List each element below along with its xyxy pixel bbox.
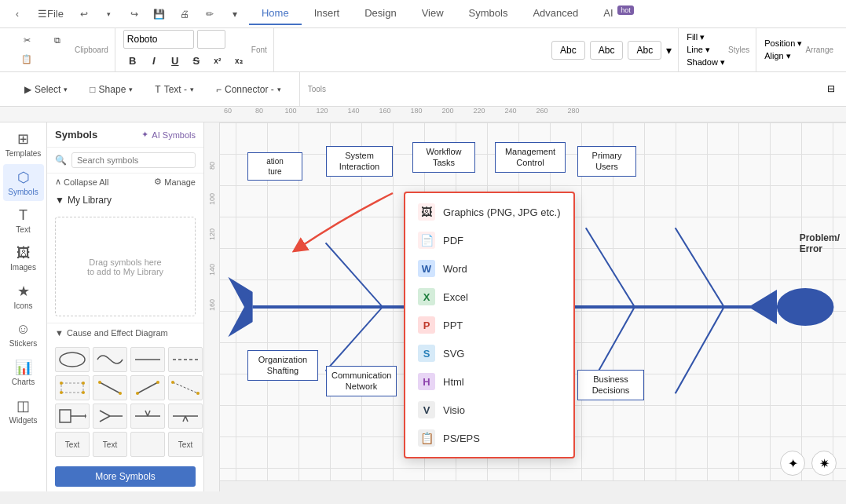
upper-box-management-control[interactable]: Management Control [495, 142, 566, 173]
position-button[interactable]: Position ▾ [764, 38, 802, 49]
ai-symbols-button[interactable]: ✦ AI Symbols [141, 130, 196, 140]
export-svg-option[interactable]: S SVG [405, 339, 573, 367]
export-word-option[interactable]: W Word [405, 254, 573, 283]
sidebar-item-widgets[interactable]: ◫ Widgets [3, 393, 44, 429]
export-graphics-option[interactable]: 🖼 Graphics (PNG, JPG etc.) [405, 198, 573, 226]
text-icon: T [19, 207, 27, 224]
word-icon: W [418, 260, 435, 277]
upper-box-workflow-tasks[interactable]: Workflow Tasks [412, 142, 475, 173]
superscript-button[interactable]: x² [208, 51, 227, 70]
style-abc-3[interactable]: Abc [628, 41, 661, 60]
collapse-all-button[interactable]: ∧ Collapse All [55, 177, 108, 187]
manage-button[interactable]: ⚙ Manage [154, 177, 196, 187]
line-button[interactable]: Line ▾ [687, 45, 725, 55]
sidebar-item-text[interactable]: T Text [3, 203, 44, 239]
gear-icon: ⚙ [154, 177, 162, 187]
export-html-option[interactable]: H Html [405, 367, 573, 396]
cut-button[interactable]: ✂ [13, 32, 41, 49]
shape-9[interactable] [55, 404, 90, 429]
fill-button[interactable]: Fill ▾ [687, 32, 725, 42]
strikethrough-button[interactable]: S [187, 51, 206, 70]
shape-5[interactable] [55, 375, 90, 400]
file-button[interactable]: ☰ File [31, 3, 70, 25]
tab-view[interactable]: View [409, 2, 456, 25]
edit-button[interactable]: ✏ [199, 3, 221, 25]
styles-expand[interactable]: ▾ [666, 44, 672, 57]
shape-14[interactable]: Text [93, 432, 127, 457]
shape-4[interactable] [168, 347, 203, 372]
shape-12[interactable] [168, 404, 203, 429]
upper-box-1[interactable]: ationture [247, 152, 302, 181]
lower-box-comm-network[interactable]: Communication Network [326, 366, 397, 396]
html-icon: H [418, 373, 435, 390]
tab-advanced[interactable]: Advanced [520, 2, 591, 25]
connector-button[interactable]: ⌐ Connector - ▾ [207, 80, 290, 99]
subscript-button[interactable]: x₂ [229, 51, 248, 70]
svg-line-24 [145, 411, 148, 416]
underline-button[interactable]: U [166, 51, 185, 70]
lower-box-biz-decisions[interactable]: Business Decisions [577, 370, 644, 400]
shape-13[interactable]: Text [55, 432, 90, 457]
shape-8[interactable] [168, 375, 203, 400]
export-ppt-option[interactable]: P PPT [405, 311, 573, 339]
tab-insert[interactable]: Insert [302, 2, 353, 25]
shape-10[interactable] [93, 404, 127, 429]
shadow-button[interactable]: Shadow ▾ [687, 57, 725, 68]
font-name-input[interactable] [123, 30, 194, 49]
shape-button[interactable]: □ Shape ▾ [81, 80, 141, 99]
upper-box-system-interaction[interactable]: System Interaction [326, 146, 393, 177]
shape-16[interactable]: Text [168, 432, 203, 457]
drop-zone[interactable]: Drag symbols here to add to My Library [55, 217, 196, 316]
export-visio-option[interactable]: V Visio [405, 396, 573, 424]
menu-tabs: Home Insert Design View Symbols Advanced… [249, 2, 840, 25]
tab-symbols[interactable]: Symbols [456, 2, 521, 25]
bold-button[interactable]: B [123, 51, 142, 70]
lower-box-org-shafting[interactable]: Organization Shafting [247, 350, 318, 381]
shape-1[interactable] [55, 347, 90, 372]
select-button[interactable]: ▶ Select ▾ [16, 80, 76, 99]
sidebar-item-templates[interactable]: ⊞ Templates [3, 126, 44, 163]
horizontal-scrollbar[interactable] [220, 480, 846, 491]
shape-11[interactable] [130, 404, 165, 429]
svg-rect-3 [61, 383, 83, 393]
expand-ribbon-button[interactable]: ⊟ [827, 83, 840, 96]
text-button[interactable]: T Text - ▾ [146, 80, 203, 99]
shape-6[interactable] [93, 375, 127, 400]
redo-button[interactable]: ↪ [123, 3, 145, 25]
shape-15[interactable] [130, 432, 165, 457]
style-abc-1[interactable]: Abc [551, 41, 585, 60]
export-pdf-option[interactable]: 📄 PDF [405, 226, 573, 254]
search-input[interactable] [71, 152, 196, 168]
back-button[interactable]: ‹ [6, 3, 28, 25]
cause-effect-toggle[interactable]: ▼ Cause and Effect Diagram [47, 323, 203, 342]
tab-design[interactable]: Design [352, 2, 408, 25]
canvas-area[interactable]: 80 100 120 140 160 [204, 122, 846, 491]
export-excel-option[interactable]: X Excel [405, 283, 573, 311]
sidebar-item-stickers[interactable]: ☺ Stickers [3, 316, 44, 352]
shape-7[interactable] [130, 375, 165, 400]
copy-button[interactable]: ⧉ [43, 32, 71, 49]
save-button[interactable]: 💾 [148, 3, 170, 25]
tab-home[interactable]: Home [249, 2, 302, 25]
sidebar-item-images[interactable]: 🖼 Images [3, 240, 44, 276]
export-ps-option[interactable]: 📋 PS/EPS [405, 424, 573, 452]
font-size-input[interactable] [197, 30, 225, 49]
paste-button[interactable]: 📋 [13, 51, 41, 68]
ai-enhance-button[interactable]: ✷ [811, 451, 837, 476]
undo-dropdown[interactable]: ▾ [98, 3, 120, 25]
style-abc-2[interactable]: Abc [590, 41, 624, 60]
shape-3[interactable] [130, 347, 165, 372]
align-button[interactable]: Align ▾ [764, 51, 802, 61]
undo-button[interactable]: ↩ [73, 3, 95, 25]
more-symbols-button[interactable]: More Symbols [55, 466, 196, 487]
sparkle-button[interactable]: ✦ [780, 451, 805, 476]
more-button[interactable]: ▾ [224, 3, 246, 25]
sidebar-item-charts[interactable]: 📊 Charts [3, 354, 44, 391]
sidebar-item-symbols[interactable]: ⬡ Symbols [3, 164, 44, 201]
shape-2[interactable] [93, 347, 127, 372]
italic-button[interactable]: I [145, 51, 163, 70]
upper-box-primary-users[interactable]: Primary Users [577, 146, 636, 177]
tab-ai[interactable]: AI hot [591, 2, 646, 25]
print-button[interactable]: 🖨 [174, 3, 196, 25]
sidebar-item-icons[interactable]: ★ Icons [3, 278, 44, 315]
